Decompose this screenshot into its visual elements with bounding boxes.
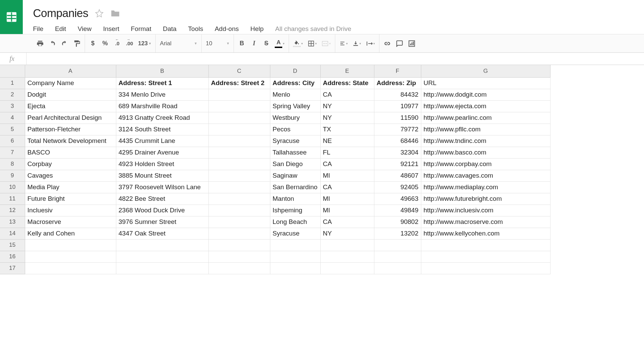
cell[interactable]: 3124 South Street [116,124,208,135]
cell[interactable]: http://www.tndinc.com [421,135,550,147]
print-icon[interactable] [36,38,44,49]
cell[interactable] [208,170,270,181]
table-row[interactable]: 2Dodgit334 Menlo DriveMenloCA84432http:/… [0,89,550,100]
row-header-15[interactable]: 15 [0,239,25,251]
row-header-7[interactable]: 7 [0,147,25,158]
cell[interactable]: Future Bright [25,193,116,205]
cell[interactable]: Ishpeming [270,205,320,216]
spreadsheet-grid[interactable]: ABCDEFG1Company NameAddress: Street 1Add… [0,65,644,274]
cell[interactable] [374,251,421,262]
insert-link-icon[interactable] [384,38,391,49]
cell[interactable]: 689 Marshville Road [116,100,208,112]
cell[interactable] [320,262,374,274]
cell[interactable] [208,124,270,135]
menu-file[interactable]: File [33,25,44,33]
cell[interactable]: http://www.futurebright.com [421,193,550,205]
doc-title[interactable]: Companies [33,7,88,20]
table-row[interactable]: 15 [0,239,550,251]
cell[interactable]: 4347 Oak Street [116,228,208,239]
h-align-button[interactable]: ▾ [339,38,348,49]
paint-format-icon[interactable] [73,38,81,49]
cell[interactable]: 4923 Holden Street [116,158,208,170]
cell[interactable]: http://www.ejecta.com [421,100,550,112]
col-header-D[interactable]: D [270,65,320,77]
cell[interactable]: 3797 Roosevelt Wilson Lane [116,181,208,193]
row-header-12[interactable]: 12 [0,205,25,216]
cell[interactable]: Pecos [270,124,320,135]
cell[interactable]: 11590 [374,112,421,124]
star-icon[interactable] [95,9,104,18]
cell[interactable] [374,239,421,251]
font-family-select[interactable]: Arial▼ [160,38,197,49]
cell-A1[interactable]: Company Name [25,77,116,89]
redo-icon[interactable] [61,38,68,49]
select-all-corner[interactable] [0,65,25,77]
row-header-10[interactable]: 10 [0,181,25,193]
cell[interactable]: Spring Valley [270,100,320,112]
cell[interactable] [208,193,270,205]
borders-button[interactable]: ▾ [308,38,317,49]
cell[interactable]: MI [320,170,374,181]
cell[interactable]: Ejecta [25,100,116,112]
cell[interactable]: 49663 [374,193,421,205]
cell[interactable] [320,251,374,262]
cell[interactable]: Manton [270,193,320,205]
cell[interactable]: http://www.cavages.com [421,170,550,181]
row-header-13[interactable]: 13 [0,216,25,228]
row-header-8[interactable]: 8 [0,158,25,170]
cell[interactable]: 84432 [374,89,421,100]
table-row[interactable]: 10Media Play3797 Roosevelt Wilson LaneSa… [0,181,550,193]
cell[interactable]: 92405 [374,181,421,193]
cell-B1[interactable]: Address: Street 1 [116,77,208,89]
cell[interactable] [270,239,320,251]
cell[interactable]: Pearl Architectural Design [25,112,116,124]
cell[interactable]: NY [320,100,374,112]
table-row[interactable]: 12Incluesiv2368 Wood Duck DriveIshpeming… [0,205,550,216]
table-row[interactable]: 9Cavages3885 Mount StreetSaginawMI48607h… [0,170,550,181]
cell[interactable] [208,112,270,124]
cell[interactable] [25,262,116,274]
cell[interactable]: Corpbay [25,158,116,170]
strike-button[interactable]: S [262,38,270,49]
cell[interactable] [208,205,270,216]
cell[interactable]: 92121 [374,158,421,170]
format-currency[interactable]: $ [89,38,97,49]
cell[interactable] [270,262,320,274]
cell[interactable]: 90802 [374,216,421,228]
cell[interactable]: Westbury [270,112,320,124]
cell[interactable]: http://www.corpbay.com [421,158,550,170]
cell[interactable]: 3976 Sumner Street [116,216,208,228]
cell[interactable]: CA [320,216,374,228]
cell[interactable] [208,147,270,158]
cell[interactable]: Tallahassee [270,147,320,158]
menu-data[interactable]: Data [163,25,176,33]
italic-button[interactable]: I [250,38,258,49]
font-size-select[interactable]: 10▼ [206,38,230,49]
col-header-F[interactable]: F [374,65,421,77]
cell[interactable]: CA [320,158,374,170]
cell[interactable] [208,239,270,251]
cell[interactable]: Patterson-Fletcher [25,124,116,135]
cell[interactable]: Kelly and Cohen [25,228,116,239]
menu-help[interactable]: Help [250,25,264,33]
col-header-G[interactable]: G [421,65,550,77]
cell[interactable] [208,89,270,100]
cell[interactable]: CA [320,89,374,100]
row-header-3[interactable]: 3 [0,100,25,112]
row-header-6[interactable]: 6 [0,135,25,147]
cell[interactable] [421,239,550,251]
cell[interactable]: NY [320,228,374,239]
cell[interactable]: Menlo [270,89,320,100]
cell[interactable]: 334 Menlo Drive [116,89,208,100]
table-row[interactable]: 8Corpbay4923 Holden StreetSan DiegoCA921… [0,158,550,170]
cell[interactable]: http://www.dodgit.com [421,89,550,100]
fill-color-button[interactable]: ▾ [293,38,303,49]
table-row[interactable]: 4Pearl Architectural Design4913 Gnatty C… [0,112,550,124]
sheets-logo[interactable] [0,0,23,34]
cell[interactable]: 68446 [374,135,421,147]
table-row[interactable]: 13Macroserve3976 Sumner StreetLong Beach… [0,216,550,228]
cell[interactable] [116,239,208,251]
cell[interactable]: http://www.basco.com [421,147,550,158]
cell[interactable]: Total Network Development [25,135,116,147]
cell[interactable]: Syracuse [270,135,320,147]
